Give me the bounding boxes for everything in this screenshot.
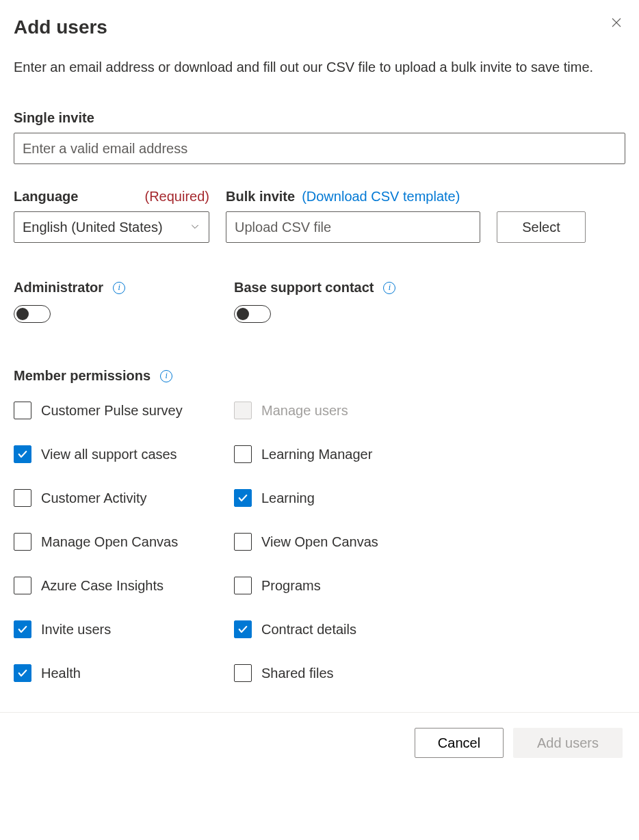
administrator-label: Administrator (14, 280, 103, 296)
permission-label: View all support cases (41, 447, 177, 462)
permission-contract-details: Contract details (234, 620, 454, 638)
cancel-button[interactable]: Cancel (415, 728, 504, 758)
checkbox-shared-files[interactable] (234, 664, 252, 682)
bulk-invite-label: Bulk invite (226, 189, 295, 205)
upload-csv-placeholder: Upload CSV file (235, 220, 331, 235)
email-input[interactable] (14, 133, 625, 164)
checkbox-manage-users (234, 402, 252, 419)
checkbox-customer-pulse-survey[interactable] (14, 402, 31, 419)
language-required-indicator: (Required) (145, 189, 209, 205)
permission-customer-activity: Customer Activity (14, 489, 234, 507)
member-permissions-title: Member permissions (14, 368, 151, 384)
permission-label: Manage users (261, 403, 348, 419)
permission-view-open-canvas: View Open Canvas (234, 533, 454, 551)
permission-label: Azure Case Insights (41, 578, 164, 594)
language-label: Language (14, 189, 78, 205)
checkbox-manage-open-canvas[interactable] (14, 533, 31, 551)
permission-label: Programs (261, 578, 321, 594)
permission-label: Learning (261, 490, 315, 506)
checkbox-view-all-support-cases[interactable] (14, 445, 31, 463)
checkbox-programs[interactable] (234, 577, 252, 594)
single-invite-label: Single invite (14, 110, 625, 126)
checkbox-azure-case-insights[interactable] (14, 577, 31, 594)
permission-label: Contract details (261, 622, 356, 638)
permission-view-all-support-cases: View all support cases (14, 445, 234, 463)
permission-label: Invite users (41, 622, 111, 638)
checkbox-health[interactable] (14, 664, 31, 682)
download-csv-link[interactable]: (Download CSV template) (302, 189, 460, 205)
permission-label: Shared files (261, 666, 334, 681)
dialog-title: Add users (14, 16, 107, 38)
info-icon[interactable]: i (383, 282, 395, 294)
checkbox-learning-manager[interactable] (234, 445, 252, 463)
administrator-toggle[interactable] (14, 305, 51, 323)
language-select[interactable]: English (United States) (14, 211, 209, 243)
permission-manage-open-canvas: Manage Open Canvas (14, 533, 234, 551)
add-users-button[interactable]: Add users (513, 728, 623, 758)
upload-csv-field[interactable]: Upload CSV file (226, 211, 480, 243)
permission-label: Manage Open Canvas (41, 534, 178, 550)
permission-programs: Programs (234, 577, 454, 594)
info-icon[interactable]: i (113, 282, 125, 294)
close-button[interactable] (608, 14, 625, 31)
permission-label: Learning Manager (261, 447, 372, 462)
checkbox-customer-activity[interactable] (14, 489, 31, 507)
toggle-knob (237, 308, 249, 320)
permission-learning: Learning (234, 489, 454, 507)
permission-label: Health (41, 666, 81, 681)
permission-label: View Open Canvas (261, 534, 378, 550)
language-value: English (United States) (23, 220, 163, 235)
toggle-knob (16, 308, 29, 320)
chevron-down-icon (190, 220, 200, 235)
permission-label: Customer Activity (41, 490, 146, 506)
permission-invite-users: Invite users (14, 620, 234, 638)
checkbox-contract-details[interactable] (234, 620, 252, 638)
select-file-button[interactable]: Select (497, 211, 586, 243)
permission-health: Health (14, 664, 234, 682)
checkbox-view-open-canvas[interactable] (234, 533, 252, 551)
permission-label: Customer Pulse survey (41, 403, 183, 419)
checkbox-learning[interactable] (234, 489, 252, 507)
permission-learning-manager: Learning Manager (234, 445, 454, 463)
base-support-contact-label: Base support contact (234, 280, 374, 296)
permission-manage-users: Manage users (234, 402, 454, 419)
permission-azure-case-insights: Azure Case Insights (14, 577, 234, 594)
base-support-contact-toggle[interactable] (234, 305, 271, 323)
checkbox-invite-users[interactable] (14, 620, 31, 638)
permission-customer-pulse-survey: Customer Pulse survey (14, 402, 234, 419)
permission-shared-files: Shared files (234, 664, 454, 682)
dialog-description: Enter an email address or download and f… (14, 57, 616, 77)
info-icon[interactable]: i (160, 370, 172, 382)
